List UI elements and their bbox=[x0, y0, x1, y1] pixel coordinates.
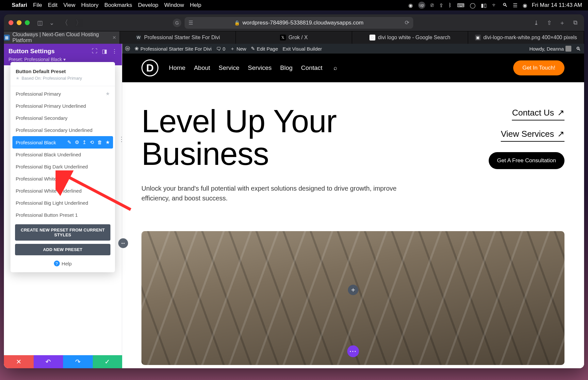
export-icon[interactable]: ↥ bbox=[82, 139, 87, 145]
help-link[interactable]: ?Help bbox=[10, 261, 115, 266]
sidebar-toggle-icon[interactable]: ◫ bbox=[36, 19, 44, 27]
plus-icon: ＋ bbox=[230, 46, 235, 52]
discard-button[interactable]: ✕ bbox=[4, 355, 34, 368]
panel-resize-handle[interactable]: ↔ bbox=[118, 238, 128, 248]
free-consultation-button[interactable]: Get A Free Consultation bbox=[489, 152, 565, 169]
preset-row[interactable]: Professional Big Light Underlined bbox=[10, 197, 115, 209]
default-preset-row[interactable]: Button Default Preset ★Based On: Profess… bbox=[10, 67, 115, 83]
star-fill-icon[interactable]: ★ bbox=[106, 139, 110, 145]
menu-file[interactable]: File bbox=[33, 2, 42, 8]
wp-exit-vb[interactable]: Exit Visual Builder bbox=[283, 46, 322, 52]
add-section-button[interactable]: ＋ bbox=[348, 285, 358, 295]
tab-group-chevron-icon[interactable]: ⌄ bbox=[47, 19, 56, 27]
keyboard-icon[interactable]: ⌨ bbox=[457, 2, 465, 8]
menu-develop[interactable]: Develop bbox=[138, 2, 158, 8]
trash-icon[interactable]: 🗑 bbox=[97, 139, 102, 145]
share-icon[interactable]: ⇧ bbox=[545, 19, 553, 27]
preset-selector[interactable]: Preset: Professional Black▾ bbox=[8, 57, 117, 62]
preset-row[interactable]: Professional Secondary Underlined bbox=[10, 124, 115, 136]
save-button[interactable]: ✓ bbox=[93, 355, 122, 368]
reload-icon[interactable]: ⟳ bbox=[405, 19, 409, 26]
preset-row[interactable]: Professional Secondary bbox=[10, 112, 115, 124]
window-minimize-button[interactable] bbox=[17, 20, 22, 25]
reader-mode-icon[interactable]: ☰ bbox=[188, 20, 193, 26]
control-center-icon[interactable]: ☰ bbox=[513, 2, 517, 8]
undo-button[interactable]: ↶ bbox=[34, 355, 63, 368]
preset-row[interactable]: Professional Primary★ bbox=[10, 87, 115, 100]
preset-row[interactable]: Professional Big Dark Underlined bbox=[10, 161, 115, 173]
wp-comments[interactable]: 🗨0 bbox=[216, 46, 225, 52]
star-icon[interactable]: ★ bbox=[106, 91, 110, 97]
address-bar[interactable]: ☰ 🔒 wordpress-784896-5338819.cloudwaysap… bbox=[185, 17, 413, 29]
window-zoom-button[interactable] bbox=[25, 20, 30, 25]
wp-howdy[interactable]: Howdy, Deanna bbox=[529, 46, 571, 52]
extension-grammarly-icon[interactable]: G bbox=[173, 19, 181, 27]
site-logo[interactable]: D bbox=[141, 59, 158, 76]
nav-services[interactable]: Services bbox=[248, 64, 272, 71]
wp-edit-page[interactable]: ✎Edit Page bbox=[251, 46, 278, 52]
upwork-icon[interactable]: up bbox=[418, 2, 425, 9]
get-in-touch-button[interactable]: Get In Touch! bbox=[513, 60, 564, 75]
preset-row[interactable]: Professional White bbox=[10, 173, 115, 185]
tabs-overview-icon[interactable]: ⧉ bbox=[571, 19, 580, 27]
siri-icon[interactable]: ◉ bbox=[523, 2, 527, 8]
battery-icon[interactable]: ▮▯ bbox=[481, 2, 487, 8]
tab-cloudways[interactable]: ▦ Cloudways | Next-Gen Cloud Hosting Pla… bbox=[4, 31, 120, 44]
menubar-clock[interactable]: Fri Mar 14 11:43 AM bbox=[532, 2, 582, 8]
wp-logo-icon[interactable]: ⓦ bbox=[125, 46, 130, 52]
nav-about[interactable]: About bbox=[194, 64, 210, 71]
record-status-icon[interactable]: ◉ bbox=[408, 2, 413, 8]
screen-mirroring-icon[interactable]: ⎚ bbox=[431, 2, 434, 8]
wp-search-icon[interactable]: 🔍︎ bbox=[576, 46, 581, 52]
nav-home[interactable]: Home bbox=[169, 64, 186, 71]
ellipsis-icon[interactable]: ⋮ bbox=[118, 135, 125, 143]
new-tab-icon[interactable]: ＋ bbox=[558, 19, 566, 27]
restore-icon[interactable]: ⟲ bbox=[90, 139, 94, 145]
tab-google-search[interactable]: G divi logo white - Google Search bbox=[352, 31, 468, 44]
menu-bookmarks[interactable]: Bookmarks bbox=[104, 2, 132, 8]
menu-window[interactable]: Window bbox=[164, 2, 184, 8]
create-preset-button[interactable]: CREATE NEW PRESET FROM CURRENT STYLES bbox=[15, 224, 110, 241]
wifi-icon[interactable]: ᯤ bbox=[492, 2, 497, 8]
preset-row[interactable]: Professional Primary Underlined bbox=[10, 100, 115, 112]
tab-divi-logo-png[interactable]: ▣ divi-logo-mark-white.png 400×400 pixel… bbox=[468, 31, 584, 44]
tab-starter-site[interactable]: W Professional Starter Site For Divi bbox=[120, 31, 236, 44]
menu-view[interactable]: View bbox=[63, 2, 75, 8]
view-services-link[interactable]: View Services↗ bbox=[501, 129, 564, 142]
focus-icon[interactable]: ⛶ bbox=[92, 48, 97, 55]
preset-row-selected[interactable]: Professional Black ✎ ⚙ ↥ ⟲ 🗑 ★ bbox=[12, 136, 113, 149]
hero-image: ＋ ⋯ bbox=[141, 231, 564, 365]
menu-history[interactable]: History bbox=[81, 2, 99, 8]
preset-row[interactable]: Professional White Underlined bbox=[10, 185, 115, 197]
tab-grok[interactable]: 𝕏 Grok / X bbox=[236, 31, 352, 44]
spotlight-icon[interactable]: 🔍︎ bbox=[502, 2, 508, 8]
window-close-button[interactable] bbox=[8, 20, 13, 25]
menu-edit[interactable]: Edit bbox=[48, 2, 57, 8]
nav-search-icon[interactable]: ⌕ bbox=[334, 64, 337, 71]
contact-us-link[interactable]: Contact Us↗ bbox=[512, 108, 564, 120]
downloads-icon[interactable]: ⤓ bbox=[532, 19, 540, 27]
menubar-app-name[interactable]: Safari bbox=[12, 2, 27, 8]
add-preset-button[interactable]: ADD NEW PRESET bbox=[15, 244, 110, 255]
wp-site-name[interactable]: ❀Professional Starter Site For Divi bbox=[135, 46, 212, 52]
edit-icon[interactable]: ✎ bbox=[67, 139, 72, 145]
wp-new[interactable]: ＋New bbox=[230, 46, 246, 52]
flower-icon: ❀ bbox=[135, 46, 139, 52]
forward-button[interactable]: 〉 bbox=[74, 18, 85, 28]
nav-blog[interactable]: Blog bbox=[280, 64, 293, 71]
preset-row[interactable]: Professional Button Preset 1 bbox=[10, 209, 115, 221]
user-icon[interactable]: ◯ bbox=[470, 2, 476, 8]
redo-button[interactable]: ↷ bbox=[63, 355, 93, 368]
builder-more-button[interactable]: ⋯ bbox=[347, 345, 359, 357]
back-button[interactable]: 〈 bbox=[59, 18, 70, 28]
preset-row[interactable]: Professional Black Underlined bbox=[10, 149, 115, 161]
nav-service[interactable]: Service bbox=[219, 64, 239, 71]
gear-icon[interactable]: ⚙ bbox=[75, 139, 79, 145]
dock-icon[interactable]: ◨ bbox=[102, 48, 107, 55]
tab-close-icon[interactable]: ✕ bbox=[112, 35, 116, 40]
more-icon[interactable]: ⋮ bbox=[112, 48, 117, 55]
nav-contact[interactable]: Contact bbox=[301, 64, 322, 71]
bluetooth-icon[interactable]: ᛒ bbox=[449, 2, 452, 8]
airdrop-icon[interactable]: ⇪ bbox=[439, 2, 443, 8]
menu-help[interactable]: Help bbox=[190, 2, 201, 8]
